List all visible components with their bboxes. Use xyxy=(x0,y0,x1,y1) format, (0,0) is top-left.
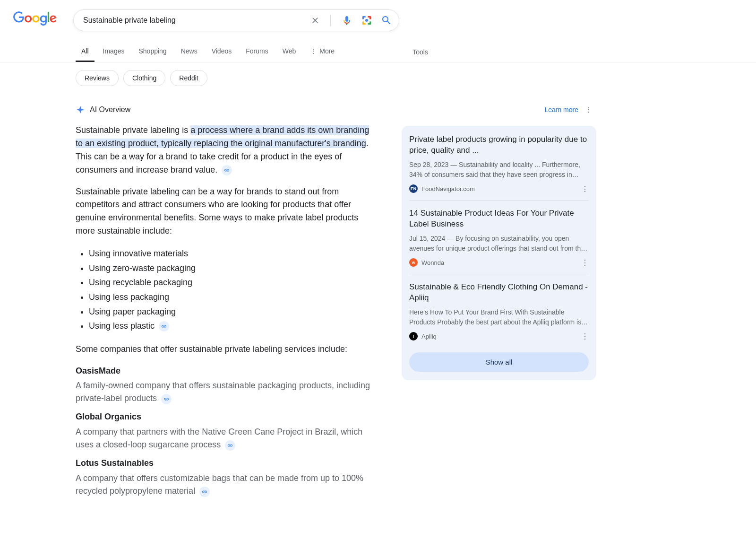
list-item: Using innovative materials xyxy=(89,246,373,261)
more-dots-icon: ⋮ xyxy=(310,47,317,55)
card-menu-icon[interactable]: ⋮ xyxy=(581,332,589,341)
tools-menu[interactable]: Tools xyxy=(407,42,434,61)
voice-search-icon[interactable] xyxy=(341,15,352,26)
chip-reddit[interactable]: Reddit xyxy=(170,70,207,86)
source-name: FoodNavigator.com xyxy=(421,185,475,192)
source-title: Private label products growing in popula… xyxy=(409,134,589,156)
tab-news[interactable]: News xyxy=(175,41,203,62)
ai-overview-body: Sustainable private labeling is a proces… xyxy=(76,124,373,498)
svg-rect-5 xyxy=(362,21,364,25)
company-name: Lotus Sustainables xyxy=(76,457,373,470)
svg-rect-1 xyxy=(362,16,364,19)
card-menu-icon[interactable]: ⋮ xyxy=(581,184,589,193)
tab-all[interactable]: All xyxy=(76,41,94,62)
tab-shopping[interactable]: Shopping xyxy=(133,41,172,62)
clear-icon[interactable] xyxy=(310,16,320,25)
company-desc: A family-owned company that offers susta… xyxy=(76,379,373,405)
sources-panel: Private label products growing in popula… xyxy=(402,126,596,380)
ai-sparkle-icon xyxy=(76,105,85,114)
source-card[interactable]: 14 Sustainable Product Ideas For Your Pr… xyxy=(409,208,589,274)
citation-link-icon[interactable] xyxy=(199,487,210,497)
lens-search-icon[interactable] xyxy=(361,15,372,26)
source-snippet: Sep 28, 2023 — Sustainability and locali… xyxy=(409,160,589,180)
source-name: Apliiq xyxy=(421,333,437,340)
search-box[interactable] xyxy=(73,9,399,31)
search-tabs: All Images Shopping News Videos Forums W… xyxy=(0,41,756,62)
svg-rect-7 xyxy=(369,21,371,25)
list-item: Using zero-waste packaging xyxy=(89,261,373,276)
source-title: Sustainable & Eco Friendly Clothing On D… xyxy=(409,282,589,304)
list-item: Using less packaging xyxy=(89,290,373,305)
citation-link-icon[interactable] xyxy=(159,321,169,332)
source-snippet: Here's How To Put Your Brand First With … xyxy=(409,307,589,327)
list-item: Using recyclable packaging xyxy=(89,275,373,290)
company-name: Global Organics xyxy=(76,410,373,424)
source-snippet: Jul 15, 2024 — By focusing on sustainabi… xyxy=(409,234,589,253)
card-menu-icon[interactable]: ⋮ xyxy=(581,258,589,267)
svg-point-8 xyxy=(365,19,368,22)
favicon: ! xyxy=(409,332,418,340)
tab-videos[interactable]: Videos xyxy=(206,41,238,62)
ai-menu-icon[interactable]: ⋮ xyxy=(585,106,592,113)
source-card[interactable]: Sustainable & Eco Friendly Clothing On D… xyxy=(409,282,589,348)
svg-rect-3 xyxy=(369,16,371,19)
source-card[interactable]: Private label products growing in popula… xyxy=(409,134,589,201)
source-title: 14 Sustainable Product Ideas For Your Pr… xyxy=(409,208,589,230)
favicon: FN xyxy=(409,184,418,193)
favicon: w xyxy=(409,258,418,267)
tab-images[interactable]: Images xyxy=(97,41,130,62)
company-desc: A company that partners with the Native … xyxy=(76,426,373,451)
ai-overview-title: AI Overview xyxy=(90,105,130,114)
search-icon[interactable] xyxy=(381,15,392,26)
google-logo[interactable] xyxy=(13,11,57,26)
tab-web[interactable]: Web xyxy=(277,41,302,62)
citation-link-icon[interactable] xyxy=(222,165,232,175)
citation-link-icon[interactable] xyxy=(161,394,172,404)
chip-reviews[interactable]: Reviews xyxy=(76,70,119,86)
list-item: Using paper packaging xyxy=(89,305,373,319)
source-name: Wonnda xyxy=(421,259,444,266)
list-item: Using less plastic xyxy=(89,319,373,333)
company-name: OasisMade xyxy=(76,365,373,378)
company-desc: A company that offers customizable bags … xyxy=(76,472,373,498)
chip-clothing[interactable]: Clothing xyxy=(123,70,165,86)
bullet-list: Using innovative materials Using zero-wa… xyxy=(89,246,373,333)
tab-forums[interactable]: Forums xyxy=(240,41,274,62)
learn-more-link[interactable]: Learn more xyxy=(544,106,578,113)
divider xyxy=(330,15,331,26)
search-input[interactable] xyxy=(83,16,310,25)
tab-more[interactable]: ⋮ More xyxy=(304,41,340,62)
citation-link-icon[interactable] xyxy=(225,440,235,451)
show-all-button[interactable]: Show all xyxy=(409,352,589,372)
